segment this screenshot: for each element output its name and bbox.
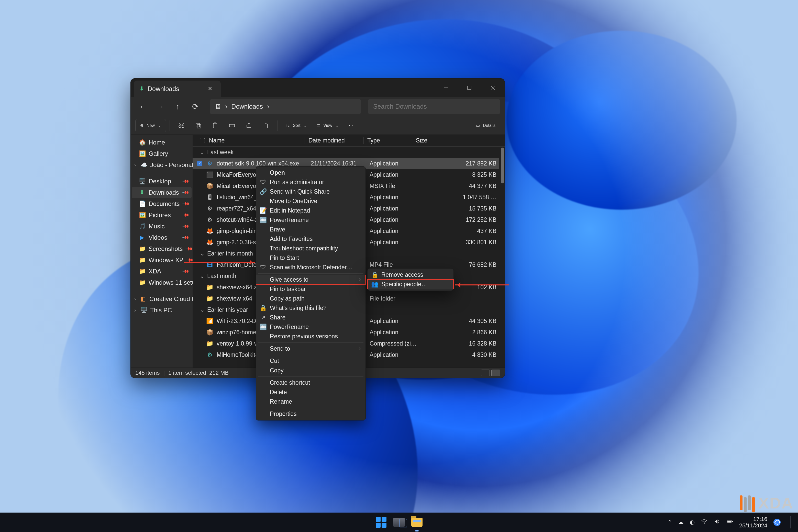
menu-item-add-to-favorites[interactable]: Add to Favorites [256, 234, 365, 244]
sidebar-item-documents[interactable]: 📄Documents📌 [132, 198, 192, 209]
column-headers[interactable]: Name Date modified Type Size [193, 135, 505, 147]
file-type: Application [369, 194, 421, 201]
menu-item-copy-as-path[interactable]: Copy as path [256, 294, 365, 303]
task-view-button[interactable] [392, 516, 406, 529]
status-tray-icon[interactable]: ◐ [690, 519, 695, 526]
sidebar-item-videos[interactable]: ▶Videos📌 [132, 232, 192, 243]
titlebar[interactable]: ⬇ Downloads ✕ ＋ [131, 78, 505, 97]
menu-item-remove-access[interactable]: 🔒Remove access [367, 270, 454, 280]
menu-item-what-s-using-this-file[interactable]: 🔒What's using this file? [256, 303, 365, 313]
group-header[interactable]: ⌄Last week [193, 147, 499, 158]
sidebar-item-music[interactable]: 🎵Music📌 [132, 221, 192, 232]
sidebar-this-pc[interactable]: ›🖥️This PC [132, 305, 192, 316]
menu-item-send-to[interactable]: Send to› [256, 344, 365, 354]
col-size[interactable]: Size [416, 137, 428, 144]
menu-item-rename[interactable]: Rename [256, 397, 365, 406]
share-button[interactable] [241, 119, 257, 132]
back-button[interactable]: ← [135, 99, 151, 114]
menu-item-cut[interactable]: Cut [256, 356, 365, 366]
show-desktop-button[interactable] [790, 516, 793, 528]
view-thumbnails-button[interactable] [481, 369, 490, 376]
tab-downloads[interactable]: ⬇ Downloads ✕ [134, 80, 221, 97]
pin-icon: 📌 [182, 211, 190, 219]
menu-item-pin-to-taskbar[interactable]: Pin to taskbar [256, 284, 365, 294]
system-tray[interactable]: ⌃ ☁ ◐ 17:16 25/11/2024 [667, 516, 798, 529]
menu-item-send-with-quick-share[interactable]: 🔗Send with Quick Share [256, 187, 365, 196]
menu-item-copy[interactable]: Copy [256, 366, 365, 375]
tray-overflow-button[interactable]: ⌃ [667, 519, 672, 526]
sidebar-item-windows-xp[interactable]: 📁Windows XP📌 [132, 254, 192, 266]
taskbar-clock[interactable]: 17:16 25/11/2024 [739, 516, 767, 529]
volume-tray-icon[interactable] [714, 518, 720, 526]
menu-item-restore-previous-versions[interactable]: Restore previous versions [256, 332, 365, 341]
taskbar[interactable]: ⌃ ☁ ◐ 17:16 25/11/2024 [0, 513, 798, 532]
rename-button[interactable] [224, 119, 240, 132]
folder-icon: ▶ [139, 234, 145, 241]
col-name[interactable]: Name [209, 137, 225, 144]
sidebar-item-downloads[interactable]: ⬇Downloads📌 [132, 187, 192, 198]
sidebar-item-screenshots[interactable]: 📁Screenshots📌 [132, 243, 192, 254]
context-submenu-give-access[interactable]: 🔒Remove access👥Specific people… [367, 268, 454, 291]
refresh-button[interactable]: ⟳ [188, 99, 203, 114]
sidebar-gallery[interactable]: 🖼️Gallery [132, 148, 192, 159]
breadcrumb-segment[interactable]: Downloads [231, 103, 263, 110]
menu-item-specific-people[interactable]: 👥Specific people… [367, 280, 454, 289]
paste-button[interactable] [207, 119, 223, 132]
close-button[interactable] [481, 78, 505, 97]
onedrive-tray-icon[interactable]: ☁ [678, 519, 684, 526]
menu-item-properties[interactable]: Properties [256, 409, 365, 419]
details-button[interactable]: ▭Details [471, 119, 500, 132]
menu-item-open[interactable]: Open [256, 168, 365, 177]
notifications-button[interactable] [774, 519, 781, 526]
forward-button[interactable]: → [153, 99, 168, 114]
menu-item-pin-to-start[interactable]: Pin to Start [256, 253, 365, 263]
cut-button[interactable] [173, 119, 189, 132]
select-all-checkbox[interactable] [200, 138, 205, 143]
col-type[interactable]: Type [367, 137, 380, 144]
taskbar-file-explorer[interactable] [410, 516, 423, 529]
up-button[interactable]: ↑ [170, 99, 186, 114]
search-input[interactable] [373, 103, 495, 110]
menu-item-delete[interactable]: Delete [256, 387, 365, 397]
start-button[interactable] [375, 516, 388, 529]
menu-item-powerrename[interactable]: 🔤PowerRename [256, 322, 365, 332]
chevron-down-icon: ⌄ [158, 123, 161, 128]
context-menu[interactable]: Open🛡Run as administrator🔗Send with Quic… [256, 166, 366, 420]
wifi-tray-icon[interactable] [701, 518, 707, 526]
sidebar-home[interactable]: 🏠Home [132, 137, 192, 148]
sidebar-item-windows-11-setu[interactable]: 📁Windows 11 setu📌 [132, 277, 192, 288]
menu-item-share[interactable]: ↗Share [256, 313, 365, 322]
menu-item-brave[interactable]: Brave [256, 225, 365, 234]
menu-item-scan-with-microsoft-defender[interactable]: 🛡Scan with Microsoft Defender… [256, 263, 365, 272]
menu-item-run-as-administrator[interactable]: 🛡Run as administrator [256, 177, 365, 187]
view-button[interactable]: ≣View⌄ [312, 119, 343, 132]
menu-item-give-access-to[interactable]: Give access to› [256, 275, 365, 284]
new-button[interactable]: ⊕ New ⌄ [135, 119, 166, 132]
delete-button[interactable] [258, 119, 274, 132]
maximize-button[interactable] [458, 78, 481, 97]
menu-item-edit-in-notepad[interactable]: 📝Edit in Notepad [256, 206, 365, 215]
copy-button[interactable] [190, 119, 206, 132]
tab-close-button[interactable]: ✕ [205, 86, 215, 92]
menu-item-powerrename[interactable]: 🔤PowerRename [256, 215, 365, 225]
new-tab-button[interactable]: ＋ [221, 80, 235, 97]
breadcrumb[interactable]: 🖥 › Downloads › [210, 99, 361, 114]
sidebar-item-desktop[interactable]: 🖥️Desktop📌 [132, 176, 192, 187]
minimize-button[interactable] [434, 78, 458, 97]
search-box[interactable] [368, 99, 500, 114]
menu-item-move-to-onedrive[interactable]: Move to OneDrive [256, 196, 365, 206]
menu-item-create-shortcut[interactable]: Create shortcut [256, 378, 365, 387]
sort-button[interactable]: ↑↓Sort⌄ [281, 119, 311, 132]
sidebar-creative-cloud[interactable]: ›◧Creative Cloud F [132, 293, 192, 305]
col-date[interactable]: Date modified [308, 137, 345, 144]
sort-label: Sort [293, 123, 300, 128]
sidebar-item-xda[interactable]: 📁XDA📌 [132, 266, 192, 277]
scrollbar-thumb[interactable] [501, 148, 504, 184]
sidebar-onedrive[interactable]: ›☁️João - Personal [132, 159, 192, 171]
menu-item-troubleshoot-compatibility[interactable]: Troubleshoot compatibility [256, 244, 365, 253]
battery-tray-icon[interactable] [726, 518, 733, 526]
sidebar-item-pictures[interactable]: 🖼️Pictures📌 [132, 209, 192, 221]
row-checkbox[interactable]: ✓ [197, 161, 202, 166]
more-button[interactable]: ⋯ [344, 119, 358, 132]
view-details-button[interactable] [491, 369, 500, 376]
